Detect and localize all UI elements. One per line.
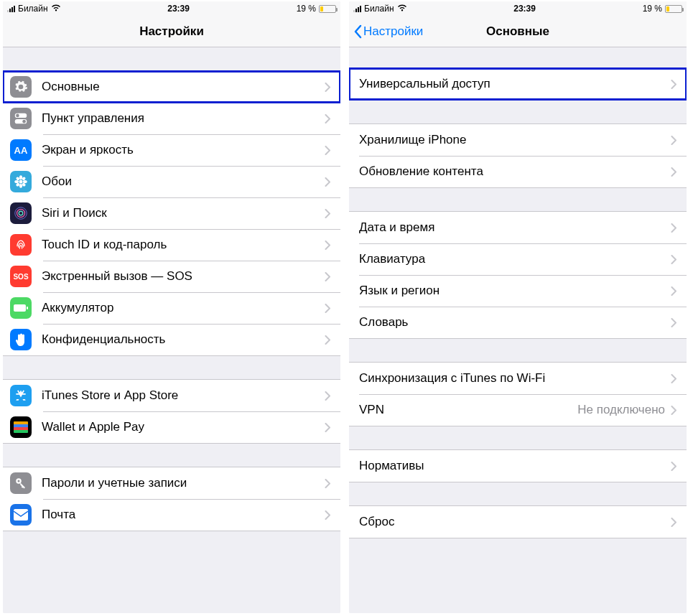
row-пароли-и-учетные-записи[interactable]: Пароли и учетные записи: [3, 467, 340, 499]
signal-icon: [353, 5, 361, 12]
row-label: Wallet и Apple Pay: [42, 420, 325, 434]
nav-bar: Настройки Основные: [349, 16, 687, 47]
signal-icon: [7, 5, 15, 12]
wallet-и-apple-pay-icon: [10, 416, 32, 438]
chevron-right-icon: [671, 223, 676, 233]
row-wallet-и-apple-pay[interactable]: Wallet и Apple Pay: [3, 411, 340, 443]
row-label: VPN: [359, 403, 577, 417]
row-itunes-store-и-app-store[interactable]: iTunes Store и App Store: [3, 380, 340, 411]
svg-rect-24: [14, 509, 28, 521]
chevron-right-icon: [671, 374, 676, 383]
row-словарь[interactable]: Словарь: [349, 307, 687, 338]
row-siri-и-поиск[interactable]: Siri и Поиск: [3, 197, 340, 229]
chevron-right-icon: [325, 114, 330, 123]
back-button[interactable]: Настройки: [353, 24, 423, 39]
row-touch-id-и-код-пароль[interactable]: Touch ID и код-пароль: [3, 229, 340, 261]
пункт-управления-icon: [10, 108, 32, 129]
экстренный-вызов-sos-icon: SOS: [10, 266, 32, 287]
row-почта[interactable]: Почта: [3, 499, 340, 531]
carrier-label: Билайн: [364, 4, 394, 14]
chevron-right-icon: [325, 391, 330, 401]
chevron-left-icon: [353, 24, 362, 39]
chevron-right-icon: [671, 255, 676, 264]
svg-point-4: [19, 180, 23, 184]
back-label: Настройки: [363, 24, 423, 39]
chevron-right-icon: [325, 146, 330, 155]
row-клавиатура[interactable]: Клавиатура: [349, 243, 687, 275]
row-пункт-управления[interactable]: Пункт управления: [3, 103, 340, 134]
row-экран-и-яркость[interactable]: AAЭкран и яркость: [3, 134, 340, 166]
row-label: Хранилище iPhone: [359, 133, 671, 147]
svg-point-5: [19, 175, 22, 179]
svg-point-14: [17, 210, 25, 218]
svg-point-1: [16, 114, 19, 118]
chevron-right-icon: [671, 80, 676, 89]
chevron-right-icon: [671, 406, 676, 415]
row-label: iTunes Store и App Store: [42, 388, 325, 403]
row-обои[interactable]: Обои: [3, 166, 340, 197]
carrier-label: Билайн: [18, 4, 48, 14]
svg-rect-17: [27, 307, 28, 309]
row-label: Универсальный доступ: [359, 77, 671, 91]
row-экстренный-вызов-sos[interactable]: SOSЭкстренный вызов — SOS: [3, 261, 340, 292]
clock: 23:39: [167, 4, 190, 14]
settings-list[interactable]: ОсновныеПункт управленияAAЭкран и яркост…: [3, 47, 340, 613]
chevron-right-icon: [325, 241, 330, 250]
wifi-icon: [51, 4, 61, 14]
row-label: Конфиденциальность: [42, 332, 325, 347]
battery-percent: 19 %: [297, 4, 316, 14]
page-title: Настройки: [139, 24, 204, 39]
row-label: Пароли и учетные записи: [42, 476, 325, 490]
battery-icon: [665, 5, 682, 13]
row-хранилище-iphone[interactable]: Хранилище iPhone: [349, 124, 687, 156]
row-сброс[interactable]: Сброс: [349, 506, 687, 538]
row-синхронизация-с-itunes-по-wi-f[interactable]: Синхронизация с iTunes по Wi-Fi: [349, 363, 687, 394]
row-label: Синхронизация с iTunes по Wi-Fi: [359, 371, 671, 386]
аккумулятор-icon: [10, 297, 32, 319]
battery-icon: [319, 5, 336, 13]
row-label: Нормативы: [359, 459, 671, 473]
wifi-icon: [397, 4, 407, 14]
settings-screen: Билайн 23:39 19 % Настройки ОсновныеПунк…: [3, 1, 340, 613]
row-конфиденциальность[interactable]: Конфиденциальность: [3, 324, 340, 355]
row-label: Почта: [42, 508, 325, 522]
row-язык-и-регион[interactable]: Язык и регион: [349, 275, 687, 307]
row-нормативы[interactable]: Нормативы: [349, 450, 687, 482]
row-value: Не подключено: [577, 403, 665, 417]
почта-icon: [10, 504, 32, 526]
svg-rect-21: [14, 430, 28, 433]
пароли-и-учетные-записи-icon: [10, 472, 32, 494]
chevron-right-icon: [671, 318, 676, 327]
touch-id-и-код-пароль-icon: [10, 234, 32, 256]
row-vpn[interactable]: VPNНе подключено: [349, 394, 687, 426]
row-label: Обновление контента: [359, 164, 671, 179]
chevron-right-icon: [325, 479, 330, 488]
chevron-right-icon: [325, 304, 330, 313]
chevron-right-icon: [325, 510, 330, 520]
chevron-right-icon: [671, 518, 676, 527]
chevron-right-icon: [325, 272, 330, 281]
row-аккумулятор[interactable]: Аккумулятор: [3, 292, 340, 324]
row-label: Язык и регион: [359, 284, 671, 298]
general-list[interactable]: Универсальный доступХранилище iPhoneОбно…: [349, 47, 687, 613]
row-обновление-контента[interactable]: Обновление контента: [349, 156, 687, 187]
clock: 23:39: [513, 4, 536, 14]
row-label: Пункт управления: [42, 111, 325, 126]
siri-и-поиск-icon: [10, 202, 32, 224]
row-label: Основные: [42, 80, 325, 94]
экран-и-яркость-icon: AA: [10, 139, 32, 161]
battery-percent: 19 %: [643, 4, 662, 14]
status-bar: Билайн 23:39 19 %: [3, 1, 340, 16]
row-label: Клавиатура: [359, 252, 671, 266]
row-дата-и-время[interactable]: Дата и время: [349, 212, 687, 243]
row-основные[interactable]: Основные: [3, 71, 340, 103]
row-универсальный-доступ[interactable]: Универсальный доступ: [349, 68, 687, 100]
chevron-right-icon: [671, 167, 676, 177]
svg-point-6: [19, 184, 22, 188]
chevron-right-icon: [325, 335, 330, 345]
row-label: Touch ID и код-пароль: [42, 238, 325, 252]
row-label: Дата и время: [359, 220, 671, 235]
svg-point-8: [23, 180, 27, 183]
row-label: Siri и Поиск: [42, 206, 325, 220]
itunes-store-и-app-store-icon: [10, 385, 32, 406]
